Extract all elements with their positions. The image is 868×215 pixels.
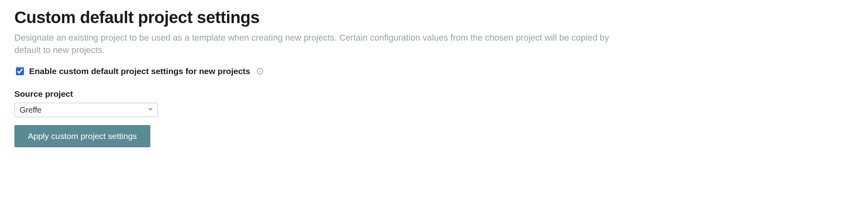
enable-checkbox-label: Enable custom default project settings f… bbox=[29, 66, 250, 76]
page-title: Custom default project settings bbox=[14, 8, 854, 27]
apply-button[interactable]: Apply custom project settings bbox=[14, 125, 150, 147]
page-description: Designate an existing project to be used… bbox=[14, 32, 621, 57]
info-icon[interactable] bbox=[256, 68, 264, 75]
enable-checkbox[interactable] bbox=[16, 67, 24, 75]
enable-checkbox-row: Enable custom default project settings f… bbox=[14, 66, 854, 76]
source-project-select[interactable]: Greffe bbox=[14, 103, 158, 117]
svg-point-2 bbox=[260, 69, 260, 70]
source-project-select-wrap: Greffe bbox=[14, 103, 158, 117]
source-project-label: Source project bbox=[14, 89, 854, 99]
